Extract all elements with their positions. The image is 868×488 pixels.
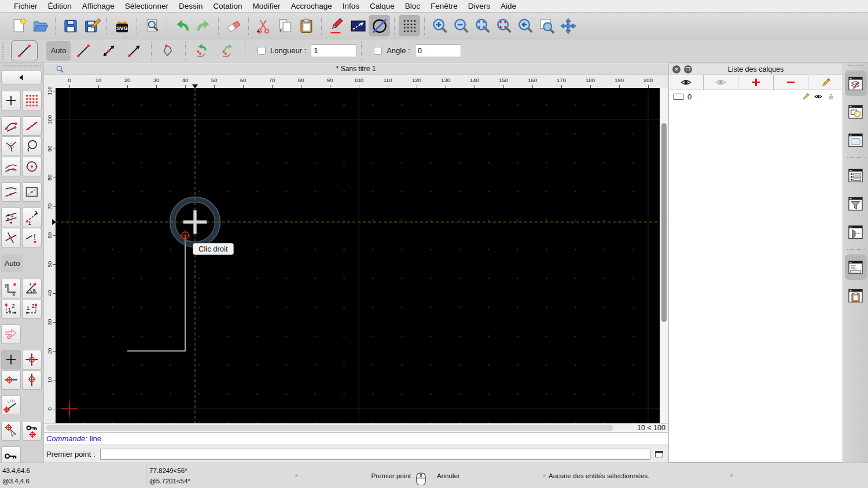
snap-center-button[interactable] — [22, 157, 42, 176]
layer-row[interactable]: 0 — [669, 90, 843, 103]
set-relative-zero-button[interactable] — [1, 421, 21, 441]
line-arrow-button[interactable] — [122, 41, 147, 61]
line-2p-button[interactable] — [71, 41, 96, 61]
zoom-previous-button[interactable] — [514, 15, 536, 36]
menu-cotation[interactable]: Cotation — [208, 2, 247, 10]
auto-line-button[interactable]: Auto — [46, 41, 71, 61]
dock-dimension-button[interactable] — [845, 219, 867, 245]
detach-command-widget-button[interactable] — [653, 449, 665, 459]
rel-point-12-button[interactable]: 12 — [1, 299, 21, 319]
print-preview-button[interactable] — [141, 15, 163, 36]
rel-point-21-button[interactable]: 12 — [22, 299, 42, 319]
minus-red-button[interactable] — [774, 75, 808, 90]
menu-infos[interactable]: Infos — [337, 2, 365, 10]
zoom-auto-button[interactable] — [472, 15, 493, 36]
plus-red-button[interactable] — [738, 75, 773, 90]
palette-drag-handle[interactable] — [3, 65, 41, 68]
restrict-vertical-button[interactable] — [22, 370, 42, 390]
menu-affichage[interactable]: Affichage — [77, 2, 120, 10]
vertical-scrollbar-thumb[interactable] — [661, 123, 667, 322]
command-input[interactable] — [100, 449, 650, 460]
zoom-window-button[interactable] — [536, 15, 557, 36]
copy-button[interactable]: + — [274, 15, 296, 36]
eye-open-button[interactable] — [669, 75, 704, 90]
open-file-button[interactable] — [30, 15, 51, 36]
paste-button[interactable] — [296, 15, 317, 36]
red-outline-tool-button[interactable] — [1, 324, 21, 344]
snap-on-entity-button[interactable] — [22, 116, 42, 136]
dock-library-button[interactable] — [845, 127, 867, 153]
redo-button[interactable] — [193, 15, 214, 36]
layer-color-swatch[interactable] — [674, 94, 683, 100]
snap-tangent-button[interactable] — [1, 157, 21, 176]
snap-endpoint-button[interactable] — [1, 116, 21, 136]
dock-filter-button[interactable] — [845, 191, 867, 216]
zoom-in-button[interactable] — [429, 15, 450, 36]
restrict-horizontal-button[interactable] — [1, 370, 21, 390]
snap-auto-button[interactable]: Auto — [1, 254, 23, 272]
dock-command-button[interactable] — [845, 254, 867, 280]
snap-center-lines-button[interactable] — [1, 136, 21, 156]
dock-blocks-button[interactable] — [845, 99, 867, 124]
snap-intersection-button[interactable] — [1, 228, 21, 247]
coord-cartesian-button[interactable]: yx — [1, 279, 21, 298]
menu-accrochage[interactable]: Accrochage — [285, 2, 337, 10]
splitter-grip[interactable] — [730, 474, 733, 477]
length-checkbox[interactable] — [258, 47, 266, 55]
horizontal-scrollbar[interactable]: 10 < 100 — [44, 423, 668, 432]
restrict-ortho-arrows-button[interactable] — [1, 208, 21, 227]
dock-entities-button[interactable] — [845, 162, 867, 188]
save-as-button[interactable] — [81, 15, 102, 36]
toolbar-drag-handle[interactable] — [2, 42, 5, 60]
seg-undo-button[interactable] — [190, 41, 215, 61]
snap-middle-button[interactable] — [1, 182, 21, 202]
coord-polar-button[interactable]: ra — [22, 279, 42, 298]
dock-drag-handle[interactable] — [848, 65, 864, 68]
select-window-button[interactable] — [347, 15, 369, 36]
pencil-icon[interactable] — [801, 92, 810, 101]
snap-nothing-button[interactable]: ! — [22, 228, 42, 247]
snap-distance-button[interactable]: 12 — [22, 208, 42, 227]
menu-fenetre[interactable]: Fenêtre — [425, 2, 463, 10]
vertical-scrollbar[interactable] — [660, 88, 668, 423]
drawing-canvas[interactable]: Clic droit — [56, 88, 660, 423]
length-input[interactable] — [311, 45, 357, 57]
eye-open-icon[interactable] — [814, 92, 823, 101]
horizontal-scrollbar-thumb[interactable] — [46, 425, 613, 431]
restrict-nothing-button[interactable] — [1, 350, 21, 369]
restrict-orthogonal-button[interactable] — [22, 350, 42, 369]
angle-gauge-button[interactable] — [1, 395, 21, 415]
undo-button[interactable] — [171, 15, 193, 36]
lock-relative-zero-button[interactable] — [22, 421, 42, 441]
menu-bloc[interactable]: Bloc — [400, 2, 425, 10]
angle-input[interactable] — [415, 45, 461, 57]
grid-toggle-button[interactable] — [399, 15, 420, 36]
snap-grid-button[interactable] — [22, 91, 42, 110]
polygon-tool-button[interactable] — [156, 41, 181, 61]
seg-redo-button[interactable] — [215, 41, 241, 61]
back-button[interactable] — [1, 71, 42, 84]
svg-export-button[interactable]: SVG — [111, 15, 133, 36]
angle-checkbox[interactable] — [374, 47, 382, 55]
zoom-redraw-button[interactable] — [493, 15, 514, 36]
cut-button[interactable]: + — [253, 15, 274, 36]
menu-fichier[interactable]: Fichier — [9, 2, 43, 10]
eye-gray-button[interactable] — [704, 75, 738, 90]
snap-circle-button[interactable] — [22, 136, 42, 156]
dock-clipboard-button[interactable] — [845, 283, 867, 308]
splitter-grip[interactable] — [295, 474, 298, 477]
menu-divers[interactable]: Divers — [463, 2, 495, 10]
menu-modifier[interactable]: Modifier — [247, 2, 285, 10]
menu-calque[interactable]: Calque — [365, 2, 400, 10]
splitter-grip[interactable] — [543, 474, 546, 477]
zoom-pan-button[interactable] — [557, 15, 579, 36]
snap-reference-button[interactable] — [22, 182, 42, 202]
save-button[interactable] — [60, 15, 81, 36]
draw-circle-line-button[interactable] — [369, 15, 390, 36]
lock-icon[interactable] — [826, 92, 836, 101]
new-file-button[interactable] — [8, 15, 30, 36]
dock-layers-button[interactable] — [845, 71, 867, 96]
pencil-button[interactable] — [808, 75, 843, 90]
eraser-button[interactable] — [223, 15, 244, 36]
draw-pen-button[interactable] — [326, 15, 347, 36]
